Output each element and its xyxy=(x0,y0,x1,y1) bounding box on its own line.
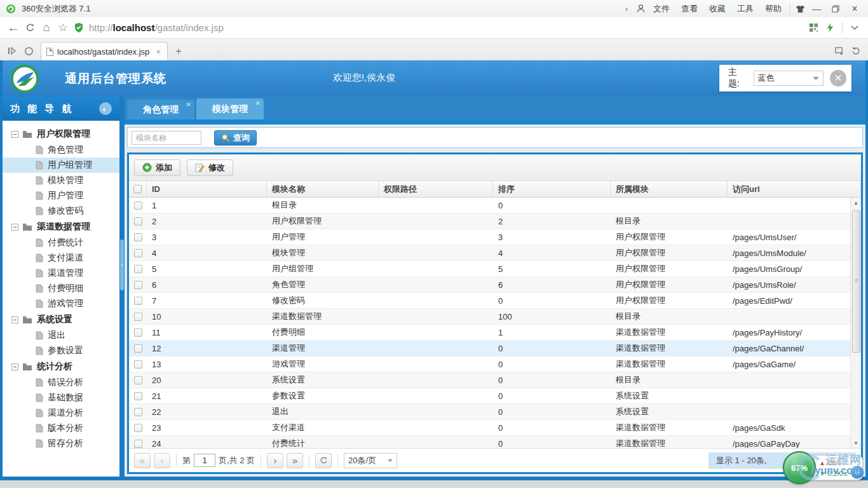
scroll-up-icon[interactable]: ▲ xyxy=(851,198,861,208)
tab-close-icon[interactable]: × xyxy=(154,47,162,57)
tab-list-icon[interactable] xyxy=(831,42,848,60)
tree-collapse-icon[interactable] xyxy=(11,363,18,370)
theme-close-button[interactable]: ✕ xyxy=(830,70,846,86)
row-checkbox[interactable] xyxy=(134,233,142,241)
sidebar-toggle-icon[interactable] xyxy=(4,42,20,60)
table-row[interactable]: 11付费明细1渠道数据管理/pages/PayHistory/ xyxy=(129,325,861,341)
menu-item-工具[interactable]: 工具 xyxy=(731,0,759,17)
tree-item[interactable]: 付费统计 xyxy=(3,235,119,250)
table-row[interactable]: 7修改密码0用户权限管理/pages/EditPwd/ xyxy=(129,293,861,309)
row-checkbox[interactable] xyxy=(134,376,142,384)
menu-item-查看[interactable]: 查看 xyxy=(675,0,703,17)
new-tab-button[interactable]: + xyxy=(170,44,187,59)
close-button[interactable]: × xyxy=(845,1,864,17)
tree-root[interactable]: 渠道数据管理 xyxy=(3,219,119,235)
qrcode-icon[interactable] xyxy=(805,20,822,36)
tree-collapse-icon[interactable] xyxy=(11,224,18,231)
page-number-input[interactable] xyxy=(194,454,215,467)
tree-item[interactable]: 支付渠道 xyxy=(3,250,119,266)
url-field[interactable]: http://localhost/gastat/index.jsp xyxy=(74,19,805,37)
content-tab[interactable]: 模块管理✕ xyxy=(196,98,264,119)
dropdown-chevron-icon[interactable] xyxy=(846,20,863,36)
tree-item[interactable]: 付费明细 xyxy=(3,281,119,296)
menu-item-文件[interactable]: 文件 xyxy=(648,0,675,17)
tree-item[interactable]: 参数设置 xyxy=(3,343,119,358)
first-page-button[interactable]: « xyxy=(134,453,151,468)
tree-item[interactable]: 错误分析 xyxy=(3,375,119,390)
table-row[interactable]: 5用户组管理5用户权限管理/pages/UmsGroup/ xyxy=(129,261,861,277)
table-row[interactable]: 3用户管理3用户权限管理/pages/UmsUser/ xyxy=(129,229,861,245)
prev-page-button[interactable]: ‹ xyxy=(154,453,170,468)
page-size-select[interactable]: 20条/页 xyxy=(344,453,397,468)
table-row[interactable]: 23支付渠道0渠道数据管理/pages/GaSdk xyxy=(129,420,861,436)
user-account-icon[interactable] xyxy=(634,2,648,16)
splitter-handle[interactable]: ‹ xyxy=(120,240,124,290)
module-name-input[interactable] xyxy=(132,131,201,145)
speed-lightning-icon[interactable] xyxy=(822,20,838,36)
table-row[interactable]: 6角色管理6用户权限管理/pages/UmsRole/ xyxy=(129,277,861,293)
row-checkbox[interactable] xyxy=(134,313,142,321)
tree-root[interactable]: 用户权限管理 xyxy=(3,126,119,142)
table-row[interactable]: 10渠道数据管理100根目录 xyxy=(129,309,861,325)
row-checkbox[interactable] xyxy=(134,408,142,416)
panel-splitter[interactable]: ‹ xyxy=(119,97,125,477)
reopen-closed-tab-icon[interactable] xyxy=(848,42,864,60)
table-row[interactable]: 20系统设置0根目录 xyxy=(129,372,861,388)
row-checkbox[interactable] xyxy=(134,360,142,369)
content-tab-close-icon[interactable]: ✕ xyxy=(186,101,191,108)
content-tab-close-icon[interactable]: ✕ xyxy=(255,100,261,107)
row-checkbox[interactable] xyxy=(134,217,142,226)
menu-item-收藏[interactable]: 收藏 xyxy=(703,0,731,17)
table-row[interactable]: 13游戏管理0渠道数据管理/pages/GaGame/ xyxy=(129,356,861,372)
row-checkbox[interactable] xyxy=(134,297,142,305)
tree-item[interactable]: 用户组管理 xyxy=(3,158,119,173)
tree-item[interactable]: 模块管理 xyxy=(3,173,119,188)
tree-item[interactable]: 退出 xyxy=(3,328,119,343)
add-button[interactable]: 添加 xyxy=(134,159,180,176)
tree-item[interactable]: 留存分析 xyxy=(3,436,119,451)
add-widget-button[interactable]: + xyxy=(851,466,864,478)
tree-collapse-icon[interactable] xyxy=(11,131,18,138)
table-row[interactable]: 1根目录0 xyxy=(129,198,861,214)
tree-item[interactable]: 游戏管理 xyxy=(3,296,119,311)
scrollbar-thumb[interactable] xyxy=(852,210,860,353)
row-checkbox[interactable] xyxy=(134,440,142,448)
table-row[interactable]: 21参数设置0系统设置 xyxy=(129,388,861,404)
reload-icon[interactable] xyxy=(22,20,38,36)
maximize-button[interactable] xyxy=(826,1,845,17)
favorite-star-icon[interactable]: ☆ xyxy=(55,20,71,36)
skin-icon[interactable] xyxy=(793,2,807,16)
table-row[interactable]: 12渠道管理0渠道数据管理/pages/GaChannel/ xyxy=(129,341,861,356)
tree-item[interactable]: 用户管理 xyxy=(3,188,119,203)
tree-root[interactable]: 统计分析 xyxy=(3,358,119,375)
tree-item[interactable]: 修改密码 xyxy=(3,203,119,219)
query-button[interactable]: 查询 xyxy=(214,130,257,146)
theme-select[interactable]: 蓝色 xyxy=(754,71,824,86)
row-checkbox[interactable] xyxy=(134,344,142,353)
row-checkbox[interactable] xyxy=(134,329,142,337)
browser-tab[interactable]: localhost/gastat/index.jsp × xyxy=(41,42,168,60)
minimize-button[interactable]: — xyxy=(807,1,826,17)
menu-item-帮助[interactable]: 帮助 xyxy=(759,0,787,17)
table-row[interactable]: 22退出0系统设置 xyxy=(129,404,861,420)
tree-item[interactable]: 版本分析 xyxy=(3,421,119,436)
table-row[interactable]: 2用户权限管理2根目录 xyxy=(129,214,861,229)
table-row[interactable]: 4模块管理4用户权限管理/pages/UmsModule/ xyxy=(129,245,861,261)
back-icon[interactable]: ← xyxy=(5,20,22,36)
url-text[interactable]: http://localhost/gastat/index.jsp xyxy=(89,22,224,33)
session-circle-icon[interactable] xyxy=(20,42,37,60)
table-scrollbar[interactable]: ▲ ▼ xyxy=(850,198,861,448)
tree-item[interactable]: 渠道管理 xyxy=(3,266,119,281)
tree-item[interactable]: 渠道分析 xyxy=(3,405,119,421)
tree-item[interactable]: 基础数据 xyxy=(3,390,119,405)
row-checkbox[interactable] xyxy=(134,281,142,289)
home-icon[interactable]: ⌂ xyxy=(38,20,55,36)
row-checkbox[interactable] xyxy=(134,249,142,257)
refresh-button[interactable] xyxy=(315,453,332,468)
scrollbar-track[interactable] xyxy=(851,208,861,438)
scroll-down-icon[interactable]: ▼ xyxy=(851,438,861,448)
tree-root[interactable]: 系统设置 xyxy=(3,311,119,328)
edit-button[interactable]: 修改 xyxy=(187,159,233,176)
site-shield-icon[interactable] xyxy=(74,22,84,33)
row-checkbox[interactable] xyxy=(134,392,142,400)
